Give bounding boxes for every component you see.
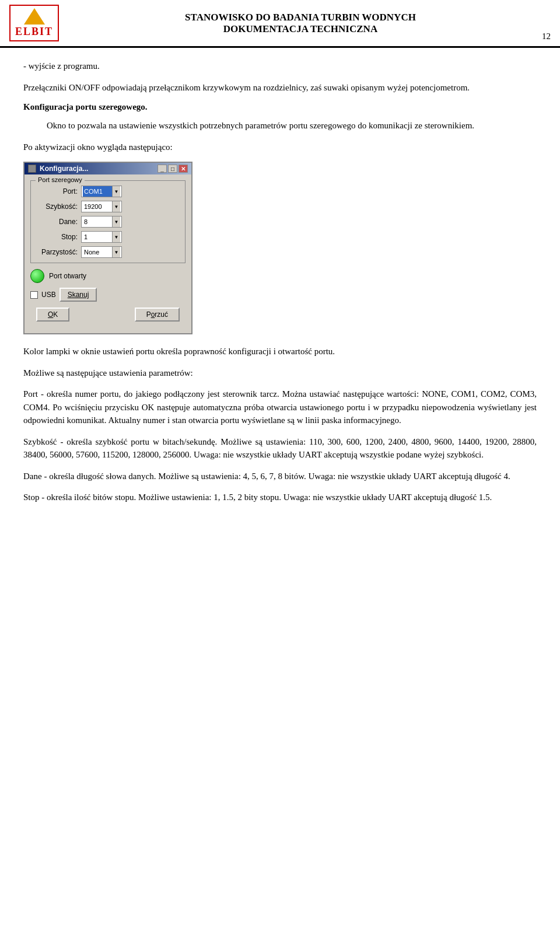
para1: Przełączniki ON/OFF odpowiadają przełącz… — [23, 81, 537, 95]
stop-combo[interactable]: 1 ▼ — [81, 231, 122, 243]
speed-combo[interactable]: 19200 ▼ — [81, 201, 122, 212]
stop-value: 1 — [83, 232, 112, 242]
dialog-footer: OK Porzuć — [30, 308, 186, 327]
section-title: Konfiguracja portu szeregowego. — [23, 102, 537, 112]
dane-value: 8 — [83, 216, 112, 227]
port-group: Port szeregowy Port: COM1 ▼ Szybkość: — [30, 180, 186, 263]
port-combo-arrow[interactable]: ▼ — [112, 186, 120, 197]
dane-label: Dane: — [37, 218, 78, 226]
speed-combo-arrow[interactable]: ▼ — [112, 201, 120, 212]
header-title-line1: STANOWISKO DO BADANIA TURBIN WODNYCH — [68, 12, 533, 23]
dane-combo-arrow[interactable]: ▼ — [112, 216, 120, 227]
page-number: 12 — [542, 32, 551, 41]
dane-combo[interactable]: 8 ▼ — [81, 216, 122, 228]
usb-scan-row: USB Skanuj — [30, 288, 186, 302]
konfiguracja-dialog: Konfiguracja... _ □ ✕ Port szeregowy Por… — [23, 162, 192, 334]
stop-row: Stop: 1 ▼ — [37, 231, 179, 243]
stop-desc: Stop - określa ilość bitów stopu. Możliw… — [23, 491, 537, 504]
header-title: STANOWISKO DO BADANIA TURBIN WODNYCH DOK… — [68, 12, 533, 35]
logo-triangle-icon — [24, 8, 45, 25]
parity-row: Parzystość: None ▼ — [37, 246, 179, 258]
stop-combo-arrow[interactable]: ▼ — [112, 232, 120, 242]
port-combo[interactable]: COM1 ▼ — [81, 186, 122, 197]
parity-label: Parzystość: — [37, 248, 78, 256]
dane-desc: Dane - określa długość słowa danych. Moż… — [23, 470, 537, 483]
ok-rest: K — [53, 310, 58, 319]
cancel-p: P — [146, 310, 151, 319]
parity-value: None — [83, 247, 112, 257]
para2-after: Po aktywizacji okno wygląda następująco: — [23, 141, 537, 154]
speed-value: 19200 — [83, 201, 112, 212]
ok-button[interactable]: OK — [36, 308, 69, 322]
speed-desc: Szybkość - określa szybkość portu w bita… — [23, 435, 537, 462]
status-text: Port otwarty — [49, 272, 86, 280]
dialog-titlebar: Konfiguracja... _ □ ✕ — [24, 163, 191, 174]
ok-underline: O — [48, 310, 53, 319]
intro-line: - wyjście z programu. — [23, 60, 537, 73]
speed-row: Szybkość: 19200 ▼ — [37, 201, 179, 212]
close-button[interactable]: ✕ — [178, 165, 188, 173]
dialog-icon — [28, 165, 36, 173]
para4: Możliwe są następujące ustawienia parame… — [23, 366, 537, 380]
para2-indent: Okno to pozwala na ustawienie wszystkich… — [23, 119, 537, 132]
cancel-rest: rzuć — [155, 310, 168, 319]
minimize-button[interactable]: _ — [158, 165, 167, 173]
status-row: Port otwarty — [30, 269, 186, 283]
stop-label: Stop: — [37, 233, 78, 241]
usb-label: USB — [41, 291, 56, 299]
port-row: Port: COM1 ▼ — [37, 186, 179, 197]
port-label: Port: — [37, 187, 78, 195]
page-header: ELBIT STANOWISKO DO BADANIA TURBIN WODNY… — [0, 0, 560, 48]
dialog-title: Konfiguracja... — [40, 165, 88, 173]
status-lamp — [30, 269, 44, 283]
page-content: - wyjście z programu. Przełączniki ON/OF… — [0, 48, 560, 524]
scan-button[interactable]: Skanuj — [60, 288, 97, 302]
cancel-button[interactable]: Porzuć — [135, 308, 180, 322]
speed-label: Szybkość: — [37, 202, 78, 211]
dialog-controls[interactable]: _ □ ✕ — [158, 165, 188, 173]
group-legend: Port szeregowy — [36, 176, 85, 183]
port-desc: Port - określa numer portu, do jakiego p… — [23, 387, 537, 427]
header-title-line2: DOKUMENTACJA TECHNICZNA — [68, 23, 533, 35]
port-value: COM1 — [83, 186, 112, 197]
logo: ELBIT — [9, 5, 59, 41]
maximize-button[interactable]: □ — [168, 165, 177, 173]
parity-combo[interactable]: None ▼ — [81, 246, 122, 258]
dane-row: Dane: 8 ▼ — [37, 216, 179, 228]
titlebar-left: Konfiguracja... — [28, 165, 88, 173]
dialog-container: Konfiguracja... _ □ ✕ Port szeregowy Por… — [23, 162, 537, 334]
dialog-body: Port szeregowy Port: COM1 ▼ Szybkość: — [24, 174, 191, 333]
parity-combo-arrow[interactable]: ▼ — [112, 247, 120, 257]
para3: Kolor lampki w oknie ustawień portu okre… — [23, 345, 537, 358]
logo-text: ELBIT — [15, 26, 53, 38]
usb-checkbox[interactable] — [30, 291, 38, 299]
